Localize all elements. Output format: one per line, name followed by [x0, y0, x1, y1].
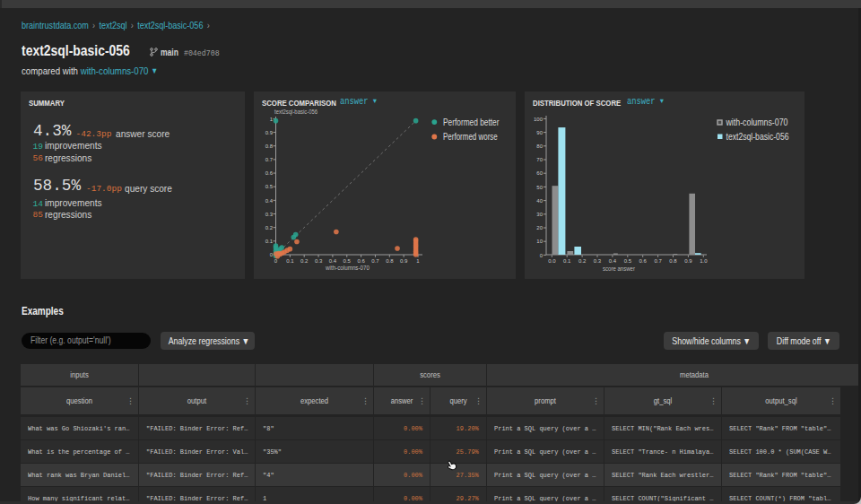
svg-text:100: 100 — [534, 117, 544, 122]
svg-text:0.8: 0.8 — [669, 258, 677, 264]
svg-text:20: 20 — [536, 225, 543, 230]
svg-text:0.8: 0.8 — [386, 258, 394, 264]
svg-text:70: 70 — [536, 157, 543, 162]
svg-text:0.5: 0.5 — [624, 258, 632, 264]
svg-text:0.2: 0.2 — [300, 258, 309, 264]
svg-text:0.9: 0.9 — [684, 258, 692, 264]
svg-text:60: 60 — [536, 170, 543, 176]
svg-text:80: 80 — [536, 143, 543, 149]
svg-text:0.2: 0.2 — [578, 258, 587, 264]
svg-text:0.6: 0.6 — [357, 258, 365, 264]
svg-text:0.4: 0.4 — [609, 258, 617, 264]
svg-text:40: 40 — [536, 198, 543, 204]
svg-text:0: 0 — [270, 252, 274, 257]
svg-text:0.9: 0.9 — [400, 258, 408, 264]
svg-text:score answer: score answer — [603, 265, 635, 273]
svg-text:0.8: 0.8 — [265, 143, 274, 149]
svg-text:0.4: 0.4 — [265, 198, 274, 204]
svg-text:0.1: 0.1 — [265, 239, 274, 244]
svg-text:0.1: 0.1 — [563, 258, 571, 264]
svg-text:1: 1 — [270, 117, 274, 122]
svg-text:with-columns-070: with-columns-070 — [325, 264, 370, 272]
svg-text:0.0: 0.0 — [548, 258, 556, 264]
svg-text:text2sql-basic-056: text2sql-basic-056 — [274, 109, 317, 116]
svg-text:0.3: 0.3 — [315, 258, 323, 264]
svg-text:0.5: 0.5 — [344, 258, 352, 264]
svg-text:0.3: 0.3 — [594, 258, 602, 264]
svg-text:30: 30 — [536, 212, 543, 217]
svg-text:90: 90 — [536, 130, 543, 135]
svg-text:1.0: 1.0 — [700, 258, 708, 264]
svg-text:with-columns-070: with-columns-070 — [726, 117, 788, 127]
svg-text:text2sql-basic-056: text2sql-basic-056 — [726, 132, 789, 142]
svg-text:0.5: 0.5 — [265, 184, 274, 189]
svg-text:0: 0 — [540, 253, 544, 258]
svg-text:0.1: 0.1 — [286, 258, 294, 264]
svg-text:0.7: 0.7 — [654, 258, 662, 264]
svg-text:0.4: 0.4 — [329, 258, 337, 264]
svg-text:0.3: 0.3 — [265, 212, 274, 217]
svg-text:0.7: 0.7 — [265, 157, 274, 162]
svg-text:0.6: 0.6 — [639, 258, 648, 264]
svg-text:0.9: 0.9 — [265, 130, 274, 135]
svg-text:1: 1 — [416, 258, 420, 264]
svg-text:10: 10 — [536, 239, 543, 244]
svg-text:0.7: 0.7 — [371, 258, 379, 264]
svg-text:50: 50 — [536, 185, 543, 190]
svg-text:Performed worse: Performed worse — [443, 131, 498, 142]
svg-text:0.2: 0.2 — [265, 225, 274, 230]
svg-text:Performed better: Performed better — [443, 117, 500, 127]
svg-text:0.6: 0.6 — [265, 170, 274, 176]
